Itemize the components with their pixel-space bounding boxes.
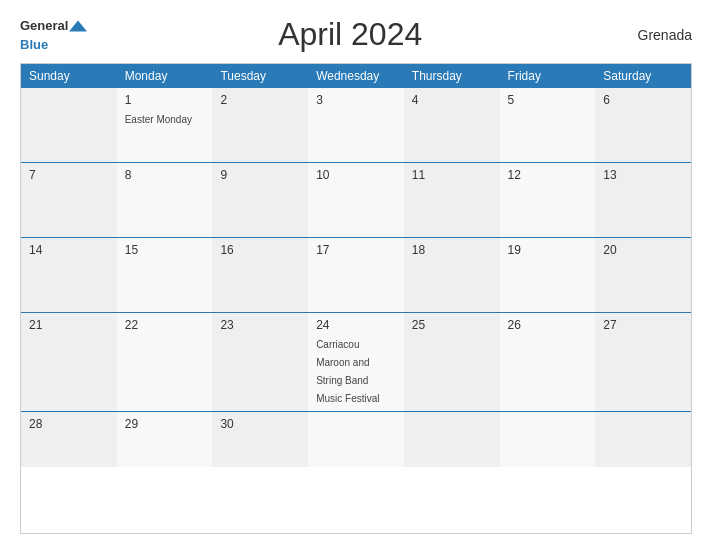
day-number: 25 [412,318,492,332]
day-number: 9 [220,168,300,182]
day-number: 24 [316,318,396,332]
day-event: Carriacou Maroon and String Band Music F… [316,339,379,404]
calendar-day: 30 [212,412,308,467]
calendar-day: 26 [500,313,596,411]
calendar-week-4: 21222324Carriacou Maroon and String Band… [21,313,691,412]
day-number: 15 [125,243,205,257]
day-number: 10 [316,168,396,182]
day-number: 26 [508,318,588,332]
day-number: 16 [220,243,300,257]
calendar-day: 18 [404,238,500,312]
logo-general: General [20,18,68,33]
calendar-day: 4 [404,88,500,162]
day-number: 3 [316,93,396,107]
calendar-grid: 1Easter Monday23456789101112131415161718… [21,88,691,467]
country-name: Grenada [612,27,692,43]
day-number: 20 [603,243,683,257]
calendar-day: 2 [212,88,308,162]
logo: General Blue [20,16,88,53]
svg-marker-0 [69,20,87,31]
calendar-day: 3 [308,88,404,162]
calendar-day: 20 [595,238,691,312]
logo-blue: Blue [20,37,48,52]
calendar-day: 24Carriacou Maroon and String Band Music… [308,313,404,411]
day-number: 23 [220,318,300,332]
day-header-friday: Friday [500,64,596,88]
day-number: 29 [125,417,205,431]
page-header: General Blue April 2024 Grenada [20,16,692,53]
calendar-day: 19 [500,238,596,312]
calendar-day [404,412,500,467]
day-header-sunday: Sunday [21,64,117,88]
day-number: 30 [220,417,300,431]
day-number: 2 [220,93,300,107]
day-number: 21 [29,318,109,332]
day-number: 11 [412,168,492,182]
calendar-day: 10 [308,163,404,237]
day-number: 28 [29,417,109,431]
day-number: 7 [29,168,109,182]
calendar-day: 28 [21,412,117,467]
calendar-day [595,412,691,467]
calendar-day: 11 [404,163,500,237]
day-header-wednesday: Wednesday [308,64,404,88]
day-header-thursday: Thursday [404,64,500,88]
logo-icon [69,17,87,35]
day-number: 17 [316,243,396,257]
calendar: SundayMondayTuesdayWednesdayThursdayFrid… [20,63,692,534]
calendar-day: 7 [21,163,117,237]
day-number: 5 [508,93,588,107]
page-title: April 2024 [88,16,612,53]
day-headers: SundayMondayTuesdayWednesdayThursdayFrid… [21,64,691,88]
calendar-day: 15 [117,238,213,312]
calendar-day: 9 [212,163,308,237]
day-number: 19 [508,243,588,257]
calendar-week-1: 1Easter Monday23456 [21,88,691,163]
day-header-saturday: Saturday [595,64,691,88]
calendar-day: 12 [500,163,596,237]
calendar-day: 27 [595,313,691,411]
calendar-week-2: 78910111213 [21,163,691,238]
calendar-day: 25 [404,313,500,411]
day-number: 1 [125,93,205,107]
day-number: 14 [29,243,109,257]
calendar-day: 1Easter Monday [117,88,213,162]
day-header-monday: Monday [117,64,213,88]
calendar-week-3: 14151617181920 [21,238,691,313]
calendar-day: 14 [21,238,117,312]
calendar-day [21,88,117,162]
calendar-day: 5 [500,88,596,162]
calendar-day: 17 [308,238,404,312]
calendar-day: 22 [117,313,213,411]
calendar-day: 8 [117,163,213,237]
calendar-week-5: 282930 [21,412,691,467]
day-number: 12 [508,168,588,182]
calendar-day: 29 [117,412,213,467]
day-number: 18 [412,243,492,257]
day-number: 27 [603,318,683,332]
day-number: 13 [603,168,683,182]
day-header-tuesday: Tuesday [212,64,308,88]
calendar-day [500,412,596,467]
calendar-day: 23 [212,313,308,411]
calendar-day: 13 [595,163,691,237]
day-number: 8 [125,168,205,182]
day-number: 22 [125,318,205,332]
calendar-day: 16 [212,238,308,312]
day-event: Easter Monday [125,114,192,125]
day-number: 4 [412,93,492,107]
day-number: 6 [603,93,683,107]
calendar-day: 6 [595,88,691,162]
calendar-day [308,412,404,467]
calendar-day: 21 [21,313,117,411]
